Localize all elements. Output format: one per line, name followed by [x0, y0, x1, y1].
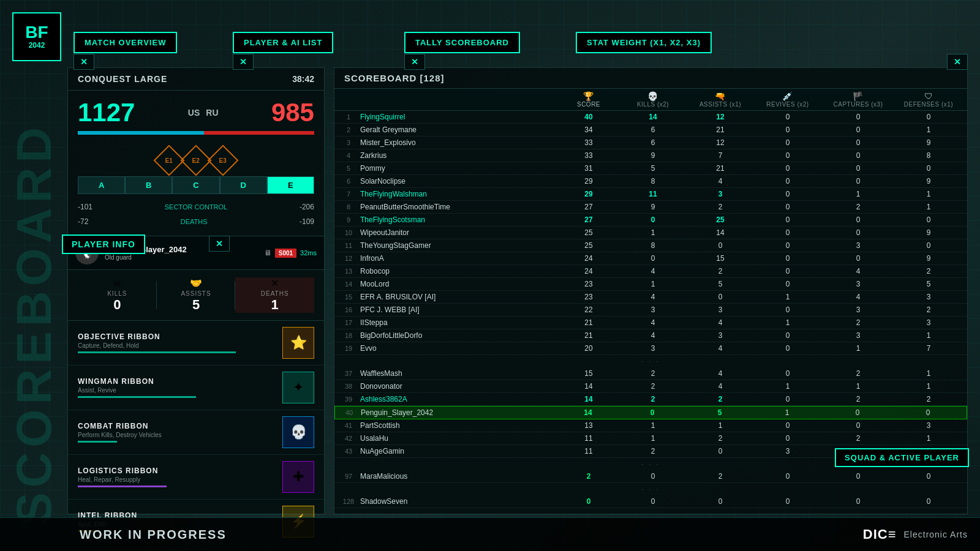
- table-row[interactable]: 7 TheFlyingWalshman 29 11 3 0 1 1: [334, 188, 967, 201]
- table-row[interactable]: 13 Robocop 24 4 2 0 4 2: [334, 265, 967, 278]
- tab-match-overview[interactable]: MATCH OVERVIEW: [74, 32, 177, 53]
- table-row[interactable]: 42 UsalaHu 11 1 2 0 2 1: [334, 432, 967, 445]
- row-rank: 15: [339, 293, 358, 301]
- deaths-left-val: -72: [78, 217, 88, 226]
- table-row[interactable]: 14 MooLord 23 1 5 0 3 5: [334, 278, 967, 291]
- col-kills: 💀 KILLS (x2): [619, 91, 687, 108]
- deaths-stat-label: DEATHS: [235, 290, 314, 297]
- bottom-bar: WORK IN PROGRESS DIC≡ Electronic Arts: [0, 517, 980, 551]
- row-assists: 2: [687, 472, 754, 481]
- table-row[interactable]: 17 IISteppa 21 4 4 1 2 3: [334, 317, 967, 329]
- row-revives: 0: [754, 331, 821, 340]
- row-assists: 0: [687, 447, 754, 455]
- row-kills: 5: [619, 164, 687, 173]
- row-assists: 0: [687, 293, 754, 301]
- close-tally-scoreboard[interactable]: ✕: [404, 54, 425, 70]
- table-row[interactable]: 10 WipeoutJanitor 25 1 14 0 0 9: [334, 227, 967, 239]
- table-row[interactable]: 41 PartScottish 13 1 1 0 0 3: [334, 419, 967, 432]
- table-row[interactable]: 4 Zarkrius 33 9 7 0 0 8: [334, 149, 967, 162]
- row-defenses: 0: [895, 497, 962, 506]
- row-captures: 0: [821, 408, 894, 417]
- table-row[interactable]: 5 Pommy 31 5 21 0 0 0: [334, 162, 967, 175]
- table-row[interactable]: 97 MaraMalicious 2 0 2 0 0 0: [334, 470, 967, 483]
- row-defenses: 0: [895, 164, 962, 173]
- player-server: 🖥 S001 32ms: [264, 249, 317, 258]
- table-row[interactable]: 37 WafflesMash 15 2 4 0 2 1: [334, 367, 967, 380]
- deaths-right-val: -109: [300, 217, 314, 226]
- sector-c[interactable]: C: [172, 176, 219, 194]
- row-assists: 4: [687, 177, 754, 186]
- row-rank: 13: [339, 268, 358, 275]
- dice-text: DIC≡: [863, 527, 897, 542]
- table-row[interactable]: 3 Mister_Explosivo 33 6 12 0 0 9: [334, 137, 967, 149]
- row-kills: 3: [619, 305, 687, 314]
- match-header: CONQUEST LARGE 38:42: [68, 68, 324, 91]
- row-rank: 41: [339, 422, 358, 429]
- tab-player-ai-list[interactable]: PLAYER & AI LIST: [233, 32, 333, 53]
- row-revives: 0: [754, 151, 821, 160]
- player-section: PLAYER INFO 🐧 Penguin_Slayer_2042 Old gu…: [68, 228, 324, 270]
- row-kills: 9: [619, 151, 687, 160]
- table-row[interactable]: 128 ShadowSeven 0 0 0 0 0 0: [334, 495, 967, 508]
- table-row[interactable]: 40 Penguin_Slayer_2042 14 0 5 1 0 0: [334, 406, 967, 419]
- table-row[interactable]: 11 TheYoungStagGamer 25 8 0 0 3 0: [334, 239, 967, 252]
- deaths-icon: ✕: [235, 277, 314, 289]
- row-name: Robocop: [358, 267, 558, 276]
- row-score: 25: [558, 241, 619, 250]
- table-row[interactable]: 39 Ashless3862A 14 2 2 0 2 2: [334, 393, 967, 406]
- ribbon-logistics-badge: ✚: [282, 461, 314, 493]
- close-player-info[interactable]: ✕: [209, 236, 230, 252]
- table-row[interactable]: 15 EFR A. BRUSILOV [AI] 23 4 0 1 4 3: [334, 291, 967, 304]
- row-kills: 1: [619, 228, 687, 237]
- row-kills: 0: [619, 408, 686, 417]
- close-match-overview[interactable]: ✕: [74, 54, 94, 70]
- close-stat-weight[interactable]: ✕: [947, 54, 968, 70]
- row-rank: 43: [339, 448, 358, 455]
- sector-e[interactable]: E: [267, 176, 314, 194]
- close-player-ai-list[interactable]: ✕: [233, 54, 254, 70]
- col-name: [358, 91, 558, 108]
- row-kills: 11: [619, 190, 687, 198]
- row-captures: 0: [821, 228, 895, 237]
- table-row[interactable]: 6 SolarNoclipse 29 8 4 0 0 9: [334, 175, 967, 188]
- table-row[interactable]: 19 Evvo 20 3 4 0 1 7: [334, 342, 967, 355]
- row-assists: 1: [687, 421, 754, 430]
- row-defenses: 1: [895, 382, 962, 391]
- table-row[interactable]: 18 BigDorfoLittleDorfo 21 4 3 0 3 1: [334, 329, 967, 342]
- tab-stat-weight[interactable]: STAT WEIGHT (X1, X2, X3): [576, 32, 712, 53]
- row-kills: 6: [619, 138, 687, 147]
- row-score: 21: [558, 331, 619, 340]
- row-revives: 0: [754, 228, 821, 237]
- score-bar-us: [78, 131, 204, 135]
- row-defenses: 9: [895, 138, 962, 147]
- table-row[interactable]: 38 Donovonator 14 2 4 1 1 1: [334, 380, 967, 393]
- ribbon-objective: OBJECTIVE RIBBON Capture, Defend, Hold ⭐: [68, 321, 324, 365]
- row-rank: 18: [339, 332, 358, 339]
- row-captures: 3: [821, 305, 895, 314]
- table-row[interactable]: 12 InfronA 24 0 15 0 0 9: [334, 252, 967, 265]
- table-row[interactable]: 9 TheFlyingScotsman 27 0 25 0 0 0: [334, 214, 967, 227]
- table-row[interactable]: 1 FlyingSquirrel 40 14 12 0 0 0: [334, 111, 967, 124]
- sector-d[interactable]: D: [220, 176, 267, 194]
- row-score: 2: [558, 472, 619, 481]
- table-row[interactable]: 16 PFC J. WEBB [AI] 22 3 3 0 3 2: [334, 304, 967, 317]
- row-rank: 10: [339, 229, 358, 236]
- ribbon-progress-bar: [78, 351, 236, 353]
- ribbon-wingman-badge: ✦: [282, 372, 314, 403]
- row-defenses: 3: [895, 318, 962, 327]
- ribbon-logistics-name: LOGISTICS RIBBON: [78, 467, 275, 475]
- row-kills: 0: [619, 216, 687, 224]
- ribbon-objective-badge: ⭐: [282, 327, 314, 359]
- sector-tabs: A B C D E: [78, 176, 314, 194]
- sector-b[interactable]: B: [125, 176, 172, 194]
- row-revives: 0: [754, 177, 821, 186]
- sector-a[interactable]: A: [78, 176, 125, 194]
- table-row[interactable]: 2 Geralt Greymane 34 6 21 0 0 1: [334, 124, 967, 137]
- row-kills: 8: [619, 241, 687, 250]
- row-revives: 0: [754, 369, 821, 378]
- tab-tally-scoreboard[interactable]: TALLY SCOREBOARD: [404, 32, 520, 53]
- row-name: Penguin_Slayer_2042: [358, 408, 557, 417]
- row-assists: 3: [687, 331, 754, 340]
- squad-label-container: ✕ SQUAD & ACTIVE PLAYER: [947, 449, 968, 465]
- table-row[interactable]: 8 PeanutButterSmoothieTime 27 9 2 0 2 1: [334, 201, 967, 214]
